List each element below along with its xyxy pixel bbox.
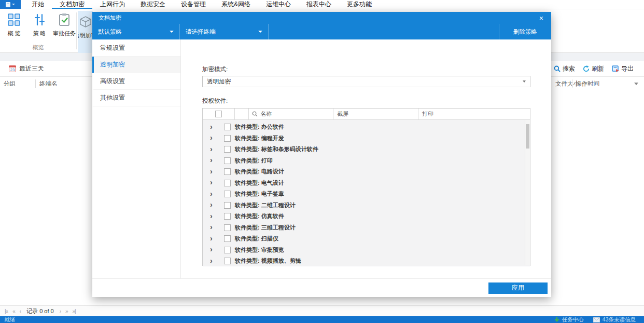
menu-tab[interactable]: 开始 [24, 0, 52, 9]
software-category-label: 软件类型: 编程开发 [235, 134, 284, 142]
ribbon-button-policy[interactable]: 策 略 [27, 13, 51, 37]
print-column-header[interactable]: 打印 [418, 109, 530, 119]
software-category-row[interactable]: 软件类型: 电子签章 [203, 189, 530, 200]
software-category-row[interactable]: 软件类型: 电路设计 [203, 166, 530, 178]
fast-prev-button[interactable]: « [12, 308, 15, 314]
expand-chevron-icon[interactable] [210, 236, 215, 242]
expand-chevron-icon[interactable] [210, 169, 215, 175]
date-range-filter[interactable]: 23 最近三天 [9, 64, 44, 73]
last-page-button[interactable]: »| [73, 308, 76, 314]
row-checkbox[interactable] [224, 235, 231, 242]
next-page-button[interactable]: › [60, 308, 61, 314]
expand-chevron-icon[interactable] [210, 191, 215, 197]
row-checkbox[interactable] [224, 135, 231, 142]
encryption-mode-value: 透明加密 [207, 78, 231, 86]
unread-messages-label: 43条未读信息 [603, 316, 636, 323]
column-header-time[interactable]: 操作时间 [576, 77, 599, 90]
ribbon-button-transparent-encryption[interactable]: 透明加密 [78, 11, 93, 55]
expand-chevron-icon[interactable] [210, 124, 215, 130]
delete-policy-button[interactable]: 删除策略 [499, 24, 551, 39]
expand-chevron-icon[interactable] [210, 247, 215, 253]
search-action-button[interactable]: 搜索 [554, 64, 575, 73]
envelope-icon [593, 317, 600, 322]
software-category-row[interactable]: 软件类型: 三维工程设计 [203, 222, 530, 234]
row-checkbox[interactable] [224, 124, 231, 130]
fast-next-button[interactable]: » [65, 308, 68, 314]
unread-messages-button[interactable]: 43条未读信息 [593, 316, 636, 323]
menu-tab[interactable]: 系统&网络 [214, 0, 258, 9]
table-scrollbar[interactable] [525, 120, 530, 265]
ribbon-button-label: 策 略 [33, 30, 46, 37]
scrollbar-thumb[interactable] [526, 124, 529, 149]
menu-tab[interactable]: 文档加密 [52, 0, 92, 9]
row-checkbox[interactable] [224, 191, 231, 197]
dialog-nav-item[interactable]: 高级设置 [92, 73, 180, 90]
menu-tab[interactable]: 设备管理 [173, 0, 214, 9]
name-column-header[interactable]: 名称 [249, 109, 333, 119]
apply-button[interactable]: 应用 [488, 282, 548, 294]
menu-tab[interactable]: 上网行为 [92, 0, 133, 9]
column-divider[interactable] [572, 79, 572, 88]
expand-chevron-icon[interactable] [210, 202, 215, 208]
software-category-row[interactable]: 软件类型: 仿真软件 [203, 211, 530, 222]
column-header-group[interactable]: 分组 [4, 77, 16, 90]
expand-chevron-icon[interactable] [210, 157, 215, 164]
prev-page-button[interactable]: ‹ [20, 308, 21, 314]
dialog-nav-item[interactable]: 其他设置 [92, 90, 180, 106]
row-checkbox[interactable] [224, 157, 231, 164]
software-category-label: 软件类型: 电子签章 [235, 190, 284, 198]
policy-dropdown[interactable]: 默认策略 [92, 24, 180, 39]
row-checkbox[interactable] [224, 258, 231, 264]
row-checkbox[interactable] [224, 180, 231, 186]
screenshot-column-header[interactable]: 截屏 [333, 109, 418, 119]
software-category-row[interactable]: 软件类型: 打印 [203, 155, 530, 167]
dialog-nav-item[interactable]: 透明加密 [92, 57, 180, 73]
row-checkbox[interactable] [224, 213, 231, 220]
row-checkbox[interactable] [224, 168, 231, 175]
software-table-body: 软件类型: 办公软件 软件类型: 编程开发 软件类型: 标签和条形码设计软件 [203, 120, 530, 266]
expand-chevron-icon[interactable] [210, 146, 215, 153]
encryption-mode-select[interactable]: 透明加密 [202, 76, 530, 87]
document-encryption-dialog: 文档加密 × 默认策略 请选择终端 删除策略 常规设置透明加密高级设置其他设置 … [92, 12, 551, 297]
menu-tab[interactable]: 报表中心 [299, 0, 339, 9]
software-category-label: 软件类型: 打印 [235, 157, 273, 165]
software-category-row[interactable]: 软件类型: 审批预览 [203, 245, 530, 256]
date-filter-label: 最近三天 [19, 64, 44, 73]
menu-tab[interactable]: 运维中心 [258, 0, 299, 9]
close-icon[interactable]: × [538, 15, 545, 22]
menu-tab[interactable]: 更多功能 [339, 0, 380, 9]
ribbon-button-overview[interactable]: 概 览 [2, 13, 26, 37]
expand-chevron-icon[interactable] [210, 135, 215, 141]
first-page-button[interactable]: |« [5, 308, 8, 314]
software-category-row[interactable]: 软件类型: 标签和条形码设计软件 [203, 144, 530, 155]
row-checkbox[interactable] [224, 224, 231, 231]
column-divider[interactable] [35, 79, 36, 88]
menu-tab[interactable]: 数据安全 [133, 0, 173, 9]
software-category-row[interactable]: 软件类型: 电气设计 [203, 178, 530, 189]
expand-chevron-icon[interactable] [210, 213, 215, 220]
terminal-dropdown-value: 请选择终端 [186, 28, 216, 36]
software-category-row[interactable]: 软件类型: 扫描仪 [203, 233, 530, 245]
expand-chevron-icon[interactable] [210, 224, 215, 231]
expand-chevron-icon[interactable] [210, 180, 215, 186]
software-category-row[interactable]: 软件类型: 编程开发 [203, 133, 530, 144]
column-header-terminal[interactable]: 终端名 [39, 77, 58, 90]
task-center-button[interactable]: 任务中心 [554, 316, 584, 323]
row-checkbox[interactable] [224, 146, 231, 153]
select-all-checkbox[interactable] [215, 111, 222, 117]
terminal-dropdown[interactable]: 请选择终端 [180, 24, 269, 39]
dialog-nav-item[interactable]: 常规设置 [92, 40, 180, 57]
expand-chevron-icon[interactable] [210, 258, 215, 264]
software-category-row[interactable]: 软件类型: 办公软件 [203, 122, 530, 133]
software-category-row[interactable]: 软件类型: 视频播放、剪辑 [203, 255, 530, 266]
row-checkbox[interactable] [224, 247, 231, 253]
export-action-button[interactable]: 导出 [612, 64, 634, 73]
policy-dropdown-value: 默认策略 [98, 28, 122, 36]
chevron-down-icon[interactable] [634, 83, 638, 85]
row-checkbox[interactable] [224, 202, 231, 209]
refresh-action-button[interactable]: 刷新 [583, 64, 604, 73]
ribbon-button-label: 审批任务 [53, 30, 76, 37]
app-menu-button[interactable] [0, 0, 21, 9]
ribbon-button-approval-tasks[interactable]: 审批任务 [51, 13, 77, 37]
software-category-row[interactable]: 软件类型: 二维工程设计 [203, 200, 530, 211]
